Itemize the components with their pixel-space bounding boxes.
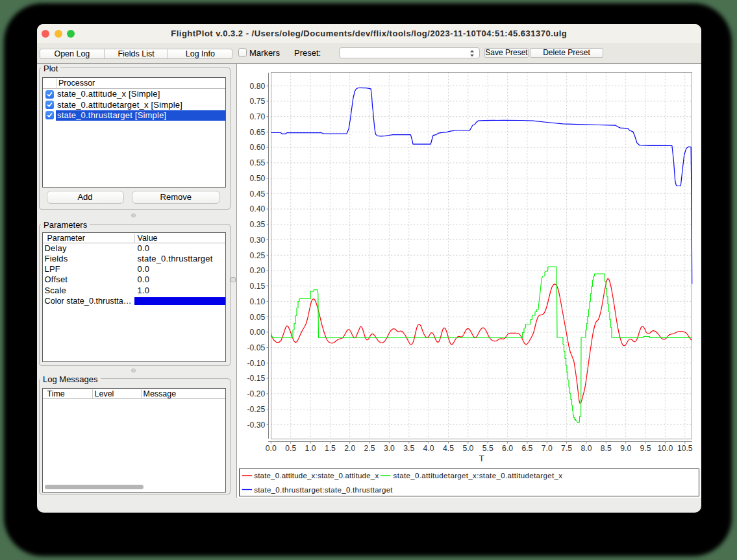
svg-text:0.15: 0.15	[250, 282, 266, 291]
svg-text:3.5: 3.5	[403, 443, 414, 452]
svg-text:9.5: 9.5	[640, 443, 651, 452]
svg-text:2.5: 2.5	[364, 443, 375, 452]
svg-text:0.75: 0.75	[250, 97, 266, 106]
svg-text:3.0: 3.0	[384, 443, 395, 452]
svg-text:7.0: 7.0	[542, 443, 553, 452]
svg-text:0.70: 0.70	[250, 112, 266, 121]
svg-text:-0.20: -0.20	[247, 389, 266, 398]
svg-text:8.0: 8.0	[581, 443, 592, 452]
svg-text:0.0: 0.0	[266, 443, 277, 452]
svg-text:0.00: 0.00	[250, 328, 266, 337]
svg-text:5.0: 5.0	[462, 443, 473, 452]
svg-text:-0.15: -0.15	[247, 374, 266, 383]
svg-text:-0.25: -0.25	[247, 404, 266, 413]
svg-text:1.5: 1.5	[325, 443, 336, 452]
svg-text:0.60: 0.60	[250, 143, 266, 152]
svg-text:0.50: 0.50	[250, 173, 266, 182]
svg-text:7.5: 7.5	[561, 443, 572, 452]
svg-text:0.05: 0.05	[250, 312, 266, 321]
svg-text:0.25: 0.25	[250, 250, 266, 260]
svg-text:0.55: 0.55	[250, 158, 266, 167]
svg-text:6.0: 6.0	[502, 443, 513, 452]
svg-text:0.80: 0.80	[250, 81, 266, 90]
svg-text:0.65: 0.65	[250, 127, 266, 136]
svg-text:state_0.attitudetarget_x:state: state_0.attitudetarget_x:state_0.attitud…	[393, 471, 563, 479]
svg-text:-0.30: -0.30	[247, 420, 266, 429]
svg-text:0.5: 0.5	[285, 443, 296, 452]
svg-text:8.5: 8.5	[601, 443, 612, 452]
svg-text:1.0: 1.0	[305, 443, 316, 452]
svg-text:10.0: 10.0	[658, 443, 673, 452]
svg-text:-0.05: -0.05	[247, 343, 266, 352]
svg-text:0.10: 0.10	[250, 297, 266, 306]
svg-text:state_0.thrusttarget:state_0.t: state_0.thrusttarget:state_0.thrusttarge…	[254, 485, 393, 493]
svg-text:T: T	[479, 453, 484, 463]
svg-text:5.5: 5.5	[482, 443, 493, 452]
svg-text:4.5: 4.5	[443, 443, 454, 452]
svg-text:0.30: 0.30	[250, 235, 266, 244]
svg-text:6.5: 6.5	[521, 443, 532, 452]
svg-text:0.45: 0.45	[250, 189, 266, 198]
svg-text:4.0: 4.0	[423, 443, 434, 452]
svg-text:0.35: 0.35	[250, 220, 266, 229]
svg-text:0.40: 0.40	[250, 204, 266, 213]
svg-text:state_0.attitude_x:state_0.att: state_0.attitude_x:state_0.attitude_x	[254, 471, 379, 479]
svg-text:10.5: 10.5	[677, 443, 693, 452]
svg-text:-0.10: -0.10	[247, 358, 266, 367]
svg-text:2.0: 2.0	[344, 443, 355, 452]
svg-text:9.0: 9.0	[620, 443, 631, 452]
svg-text:0.20: 0.20	[250, 266, 266, 275]
